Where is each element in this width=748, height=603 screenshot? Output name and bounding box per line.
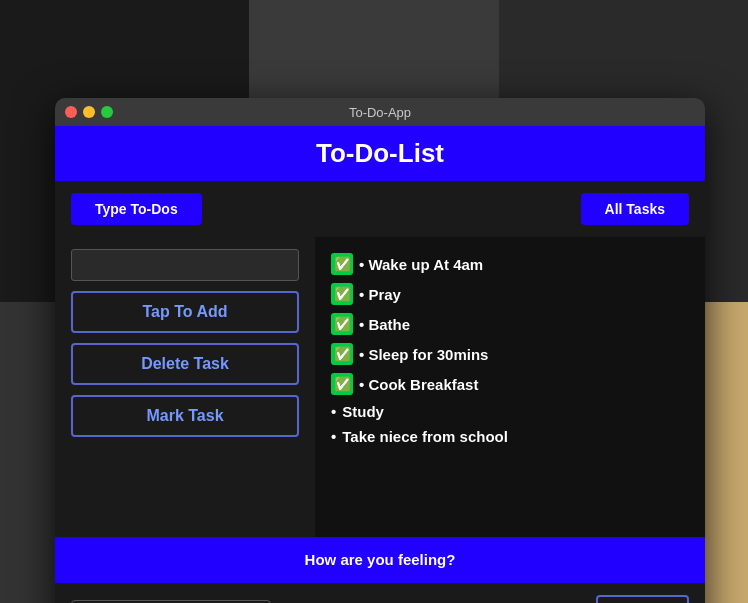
delete-task-button[interactable]: Delete Task — [71, 343, 299, 385]
tab-row: Type To-Dos All Tasks — [55, 181, 705, 237]
add-task-button[interactable]: Tap To Add — [71, 291, 299, 333]
close-button[interactable] — [65, 106, 77, 118]
task-text: Study — [342, 403, 384, 420]
window-controls — [65, 106, 113, 118]
task-item: ✅• Wake up At 4am — [331, 249, 689, 279]
task-bullet: • — [331, 403, 336, 420]
task-checkbox-icon: ✅ — [331, 373, 353, 395]
task-text: Take niece from school — [342, 428, 508, 445]
task-checkbox-icon: ✅ — [331, 313, 353, 335]
feeling-section: How are you feeling? — [55, 537, 705, 583]
task-list: ✅• Wake up At 4am✅• Pray✅• Bathe✅• Sleep… — [331, 249, 689, 449]
app-window: To-Do-App To-Do-List Type To-Dos All Tas… — [55, 98, 705, 603]
app-title: To-Do-List — [67, 138, 693, 169]
maximize-button[interactable] — [101, 106, 113, 118]
task-input[interactable] — [71, 249, 299, 281]
exit-button[interactable]: Exit — [596, 595, 689, 603]
task-item: ✅• Sleep for 30mins — [331, 339, 689, 369]
task-item: •Take niece from school — [331, 424, 689, 449]
task-text: • Bathe — [359, 316, 410, 333]
task-item: ✅• Pray — [331, 279, 689, 309]
task-text: • Wake up At 4am — [359, 256, 483, 273]
task-item: ✅• Cook Breakfast — [331, 369, 689, 399]
task-bullet: • — [331, 428, 336, 445]
task-list-panel: ✅• Wake up At 4am✅• Pray✅• Bathe✅• Sleep… — [315, 237, 705, 537]
tab-all-tasks[interactable]: All Tasks — [581, 193, 689, 225]
bottom-row: Normal 😊Happy 😄Sad 😢Stressed 😰Excited 🤩 … — [55, 583, 705, 603]
minimize-button[interactable] — [83, 106, 95, 118]
task-checkbox-icon: ✅ — [331, 343, 353, 365]
main-content: Tap To Add Delete Task Mark Task ✅• Wake… — [55, 237, 705, 537]
task-text: • Pray — [359, 286, 401, 303]
task-checkbox-icon: ✅ — [331, 253, 353, 275]
feeling-label: How are you feeling? — [305, 551, 456, 568]
task-text: • Sleep for 30mins — [359, 346, 488, 363]
task-item: •Study — [331, 399, 689, 424]
mark-task-button[interactable]: Mark Task — [71, 395, 299, 437]
task-text: • Cook Breakfast — [359, 376, 478, 393]
titlebar: To-Do-App — [55, 98, 705, 126]
window-title: To-Do-App — [349, 105, 411, 120]
task-item: ✅• Bathe — [331, 309, 689, 339]
task-checkbox-icon: ✅ — [331, 283, 353, 305]
app-header: To-Do-List — [55, 126, 705, 181]
tab-type-todos[interactable]: Type To-Dos — [71, 193, 202, 225]
left-panel: Tap To Add Delete Task Mark Task — [55, 237, 315, 537]
